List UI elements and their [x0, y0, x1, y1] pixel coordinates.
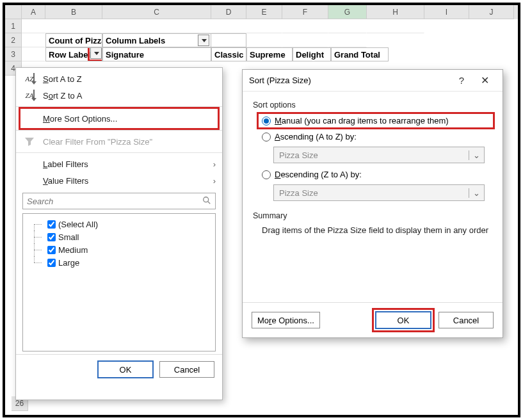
- column-letter[interactable]: A: [22, 5, 45, 19]
- pivot-cell[interactable]: Count of Pizza: [45, 33, 102, 47]
- radio-icon[interactable]: [262, 170, 271, 179]
- search-icon: [198, 196, 215, 207]
- menu-label: Clear Filter From "Pizza Size": [43, 137, 216, 147]
- row-number[interactable]: 2: [5, 33, 22, 47]
- pivot-colhead[interactable]: Classic: [211, 47, 246, 61]
- ok-button[interactable]: OK: [376, 312, 431, 328]
- column-headers: ABCDEFGHIJ: [5, 5, 518, 19]
- pivot-colhead[interactable]: Signature: [102, 47, 211, 61]
- filter-item-checkbox[interactable]: [47, 220, 56, 229]
- radio-label: Descending (Z to A) by:: [275, 170, 362, 179]
- column-letter[interactable]: F: [282, 5, 328, 19]
- chevron-right-icon: ›: [213, 176, 216, 186]
- filter-item-label: Large: [58, 258, 79, 268]
- help-button[interactable]: ?: [450, 75, 473, 86]
- column-letter[interactable]: E: [246, 5, 282, 19]
- search-input[interactable]: [23, 197, 198, 206]
- filter-item[interactable]: (Select All): [26, 218, 213, 230]
- close-button[interactable]: ✕: [473, 74, 496, 86]
- funnel-clear-icon: [22, 134, 36, 149]
- sort-az-icon: AZ: [22, 72, 36, 86]
- menu-label: More Sort Options...: [43, 114, 216, 124]
- blank-icon: [22, 174, 36, 188]
- filter-item-checkbox[interactable]: [47, 233, 56, 241]
- radio-icon[interactable]: [262, 133, 271, 141]
- ok-button[interactable]: OK: [98, 361, 153, 378]
- pivot-colhead[interactable]: Delight: [293, 47, 331, 61]
- sort-option-manual[interactable]: Manual (you can drag items to rearrange …: [259, 115, 492, 127]
- column-labels-text: Column Labels: [106, 36, 165, 45]
- select-all-cell[interactable]: [5, 5, 22, 19]
- label-filters-item[interactable]: Label Filters ›: [16, 156, 222, 172]
- sort-za-icon: ZA: [22, 88, 36, 102]
- svg-line-1: [208, 201, 211, 204]
- cancel-button[interactable]: Cancel: [159, 361, 214, 378]
- sort-a-to-z-item[interactable]: AZ Sort A to Z: [16, 70, 222, 87]
- filter-item-label: Small: [58, 232, 79, 242]
- summary-label: Summary: [253, 211, 492, 220]
- column-letter[interactable]: G: [328, 5, 367, 19]
- select-value: Pizza Size: [274, 188, 469, 198]
- dropdown-icon[interactable]: [90, 47, 102, 59]
- cancel-button[interactable]: Cancel: [439, 312, 494, 328]
- group-label: Sort options: [253, 101, 492, 109]
- value-filters-item[interactable]: Value Filters ›: [16, 172, 222, 189]
- row-number[interactable]: 1: [5, 19, 22, 33]
- filter-item-label: Medium: [58, 245, 88, 255]
- filter-item-checkbox[interactable]: [47, 259, 56, 267]
- sort-z-to-a-item[interactable]: ZA Sort Z to A: [16, 87, 222, 104]
- column-letter[interactable]: C: [102, 5, 211, 19]
- menu-label: Sort Z to A: [43, 91, 216, 101]
- filter-item-checkbox[interactable]: [47, 246, 56, 254]
- chevron-down-icon: ⌄: [469, 188, 484, 198]
- column-letter[interactable]: J: [469, 5, 514, 19]
- blank-icon: [22, 111, 36, 125]
- chevron-down-icon: ⌄: [469, 150, 484, 160]
- radio-label: Manual (you can drag items to rearrange …: [275, 116, 449, 125]
- row-number[interactable]: 3: [5, 47, 22, 61]
- column-letter[interactable]: D: [211, 5, 246, 19]
- descending-field-select: Pizza Size ⌄: [273, 184, 485, 201]
- ascending-field-select: Pizza Size ⌄: [273, 147, 485, 163]
- filter-item[interactable]: Medium: [26, 243, 213, 256]
- pivot-cell[interactable]: Column Labels: [102, 33, 211, 47]
- radio-label: Ascending (A to Z) by:: [275, 132, 357, 141]
- menu-label: Value Filters: [43, 176, 207, 186]
- row-labels-text: Row Labels: [49, 50, 95, 60]
- svg-point-0: [204, 197, 209, 202]
- more-options-button[interactable]: More Options...: [252, 312, 320, 328]
- blank-icon: [22, 157, 36, 171]
- menu-label: Sort A to Z: [43, 74, 216, 84]
- column-letter[interactable]: B: [45, 5, 102, 19]
- filter-items-list[interactable]: (Select All) Small Medium Large: [22, 213, 216, 351]
- select-value: Pizza Size: [274, 150, 469, 160]
- sort-option-descending[interactable]: Descending (Z to A) by:: [262, 170, 492, 179]
- filter-item[interactable]: Small: [26, 230, 213, 243]
- summary-text: Drag items of the Pizza Size field to di…: [262, 225, 492, 235]
- dropdown-icon[interactable]: [198, 35, 209, 46]
- more-sort-options-item[interactable]: More Sort Options...: [21, 109, 217, 127]
- sort-dialog: Sort (Pizza Size) ? ✕ Sort options Manua…: [242, 69, 503, 338]
- search-input-container: [22, 193, 216, 209]
- column-letter[interactable]: H: [367, 5, 424, 19]
- dialog-title: Sort (Pizza Size): [249, 76, 450, 85]
- pivot-colhead[interactable]: Grand Total: [331, 47, 389, 61]
- column-letter[interactable]: I: [424, 5, 469, 19]
- filter-item[interactable]: Large: [26, 256, 213, 269]
- pivot-colhead[interactable]: Supreme: [246, 47, 293, 61]
- clear-filter-item: Clear Filter From "Pizza Size": [16, 133, 222, 150]
- sort-option-ascending[interactable]: Ascending (A to Z) by:: [262, 132, 492, 141]
- menu-label: Label Filters: [43, 159, 207, 169]
- pivot-cell[interactable]: Row Labels: [45, 47, 102, 61]
- radio-icon[interactable]: [262, 117, 271, 125]
- filter-item-label: (Select All): [58, 220, 98, 229]
- chevron-right-icon: ›: [213, 159, 216, 169]
- pivot-filter-menu: AZ Sort A to Z ZA Sort Z to A More Sort …: [15, 67, 223, 400]
